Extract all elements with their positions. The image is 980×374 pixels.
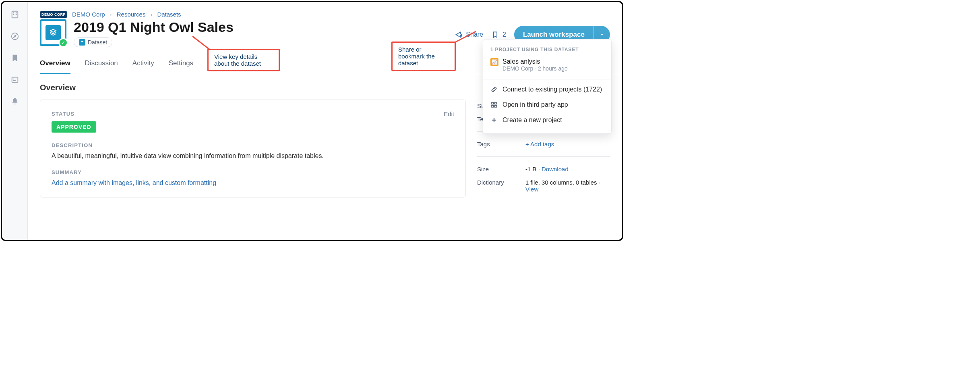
callout-line: [190, 34, 215, 50]
open-third-party-item[interactable]: Open in third party app: [483, 97, 611, 112]
breadcrumb-org[interactable]: DEMO Corp: [72, 11, 105, 18]
bell-icon[interactable]: [10, 97, 19, 106]
bookmark-outline-icon: [491, 31, 499, 39]
svg-rect-1: [13, 12, 14, 14]
tab-settings[interactable]: Settings: [169, 57, 193, 74]
dictionary-value: 1 file, 30 columns, 0 tables ·: [525, 179, 600, 186]
description-text: A beautiful, meaningful, intuitive data …: [52, 152, 454, 160]
dictionary-view-link[interactable]: View: [525, 186, 538, 193]
launch-label: Launch workspace: [514, 31, 593, 39]
chevron-right-icon: ›: [110, 11, 112, 18]
connect-projects-item[interactable]: Connect to existing projects (1722): [483, 82, 611, 97]
overview-card: STATUS Edit APPROVED DESCRIPTION A beaut…: [40, 100, 466, 197]
tab-discussion[interactable]: Discussion: [85, 57, 118, 74]
status-label: STATUS: [52, 111, 74, 117]
plus-icon: [490, 116, 498, 124]
svg-line-17: [455, 31, 476, 42]
org-icon[interactable]: [10, 10, 19, 19]
svg-rect-7: [12, 77, 18, 83]
popover-project-item[interactable]: 📈 Sales anlysis DEMO Corp · 2 hours ago: [483, 56, 611, 77]
breadcrumb-datasets[interactable]: Datasets: [157, 11, 181, 18]
dictionary-label: Dictionary: [477, 179, 525, 193]
type-chip-label: Dataset: [88, 39, 107, 46]
download-link[interactable]: Download: [542, 166, 569, 172]
callout-line: [454, 30, 478, 44]
tab-overview[interactable]: Overview: [40, 57, 70, 74]
breadcrumb: DEMO CORP DEMO Corp › Resources › Datase…: [40, 11, 610, 18]
size-value: -1 B ·: [525, 166, 542, 172]
description-label: DESCRIPTION: [52, 142, 454, 148]
create-project-item[interactable]: Create a new project: [483, 112, 611, 128]
svg-rect-2: [15, 12, 17, 14]
popover-header: 1 PROJECT USING THIS DATASET: [483, 45, 611, 56]
svg-rect-12: [492, 106, 494, 108]
svg-rect-11: [495, 102, 497, 104]
add-summary-link[interactable]: Add a summary with images, links, and cu…: [52, 179, 454, 187]
grid-icon: [490, 101, 498, 108]
compass-icon[interactable]: [10, 32, 19, 41]
verified-check-icon: ✓: [58, 38, 68, 48]
tags-label: Tags: [477, 141, 525, 148]
project-name: Sales anlysis: [502, 58, 568, 65]
dataset-type-chip: Dataset: [74, 37, 112, 47]
chart-icon: 📈: [490, 58, 498, 66]
callout-overview: View key details about the dataset: [207, 49, 280, 71]
size-label: Size: [477, 166, 525, 172]
svg-marker-6: [14, 35, 16, 37]
tab-activity[interactable]: Activity: [132, 57, 154, 74]
link-icon: [490, 86, 498, 93]
bookmark-count: 2: [502, 31, 506, 38]
edit-button[interactable]: Edit: [444, 110, 454, 117]
chevron-right-icon: ›: [150, 11, 152, 18]
project-meta: DEMO Corp · 2 hours ago: [502, 65, 568, 72]
page-title: 2019 Q1 Night Owl Sales: [74, 19, 234, 35]
status-badge: APPROVED: [52, 121, 96, 133]
svg-rect-3: [13, 14, 14, 15]
svg-rect-13: [495, 106, 497, 108]
bookmark-icon[interactable]: [10, 54, 19, 62]
form-icon[interactable]: [10, 75, 19, 84]
svg-line-16: [192, 36, 210, 50]
callout-share: Share or bookmark the dataset: [391, 42, 456, 71]
summary-label: SUMMARY: [52, 169, 454, 175]
left-nav-rail: [2, 2, 28, 240]
bookmark-button[interactable]: 2: [491, 31, 506, 39]
svg-rect-4: [15, 14, 17, 15]
add-tags-link[interactable]: + Add tags: [525, 141, 554, 148]
breadcrumb-resources[interactable]: Resources: [117, 11, 146, 18]
org-badge: DEMO CORP: [40, 11, 67, 18]
svg-rect-10: [492, 102, 494, 104]
overview-heading: Overview: [40, 83, 466, 92]
dataset-hero-icon: ✓: [40, 19, 66, 46]
projects-popover: 1 PROJECT USING THIS DATASET 📈 Sales anl…: [483, 39, 612, 134]
svg-rect-0: [12, 11, 18, 18]
